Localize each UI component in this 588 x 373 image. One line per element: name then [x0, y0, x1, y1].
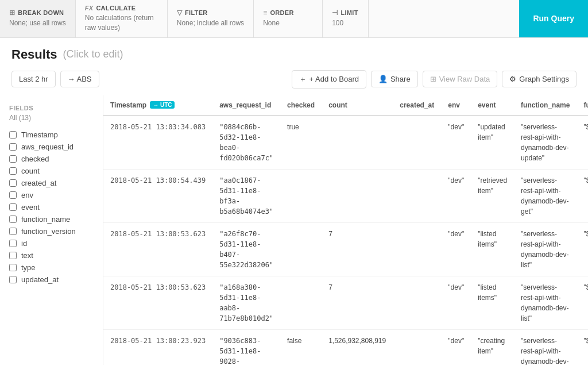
table-row[interactable]: 2018-05-21 13:00:23.923"9036c883-5d31-11… [103, 329, 588, 365]
field-list: Timestampaws_request_idcheckedcountcreat… [0, 129, 103, 286]
share-icon: 👤 [378, 75, 388, 83]
table-cell: "dev" [441, 329, 471, 365]
field-label: type [21, 263, 36, 272]
order-value: None [263, 18, 313, 28]
table-cell [280, 169, 322, 222]
view-raw-data-button[interactable]: ⊞ View Raw Data [423, 71, 498, 87]
th-timestamp[interactable]: Timestamp → UTC [103, 95, 212, 116]
sidebar-field-function-name[interactable]: function_name [0, 213, 103, 225]
sidebar-field-event[interactable]: event [0, 201, 103, 213]
table-row[interactable]: 2018-05-21 13:03:34.083"0884c86b-5d32-11… [103, 116, 588, 170]
transform-button[interactable]: → ABS [60, 71, 99, 87]
sidebar-field-aws-request-id[interactable]: aws_request_id [0, 141, 103, 153]
field-checkbox-created-at[interactable] [9, 179, 17, 187]
table-cell: "dev" [441, 116, 471, 170]
field-checkbox-function-version[interactable] [9, 228, 17, 235]
breakdown-section[interactable]: ⊞ BREAK DOWN None; use all rows [0, 0, 76, 37]
th-env[interactable]: env [441, 95, 471, 116]
table-cell [280, 276, 322, 329]
results-table-container[interactable]: Timestamp → UTC aws_request_id checked c… [103, 95, 588, 365]
table-cell: true [280, 116, 322, 170]
th-aws-request-id[interactable]: aws_request_id [212, 95, 280, 116]
calculate-icon: fx [85, 5, 94, 11]
field-label: checked [21, 155, 49, 163]
order-section[interactable]: ≡ ORDER None [254, 0, 323, 37]
sidebar-field-updated-at[interactable]: updated_at [0, 274, 103, 286]
table-row[interactable]: 2018-05-21 13:00:54.439"aa0c1867-5d31-11… [103, 169, 588, 222]
results-subtitle[interactable]: (Click to edit) [63, 48, 123, 60]
limit-label: ⊣ LIMIT [332, 9, 359, 17]
calculate-value: No calculations (return raw values) [85, 13, 158, 33]
table-cell: 2018-05-21 13:00:23.923 [103, 329, 212, 365]
table-cell: "listed items" [471, 222, 514, 276]
field-checkbox-text[interactable] [9, 252, 17, 259]
table-cell: "$LATEST [577, 222, 588, 276]
sidebar-field-count[interactable]: count [0, 165, 103, 177]
table-cell [322, 116, 393, 170]
table-cell: "aa0c1867-5d31-11e8-bf3a-b5a68b4074e3" [212, 169, 280, 222]
main-content: FIELDS All (13) Timestampaws_request_idc… [0, 95, 588, 365]
sidebar-field-function-version[interactable]: function_version [0, 225, 103, 237]
table-cell: 7 [322, 276, 393, 329]
sidebar-field-id[interactable]: id [0, 237, 103, 249]
th-function[interactable]: function [577, 95, 588, 116]
field-checkbox-updated-at[interactable] [9, 276, 17, 283]
field-label: count [21, 167, 40, 175]
field-checkbox-type[interactable] [9, 264, 17, 271]
th-created-at[interactable]: created_at [393, 95, 441, 116]
table-cell [393, 329, 441, 365]
add-to-board-button[interactable]: ＋ + Add to Board [292, 70, 366, 89]
field-checkbox-timestamp[interactable] [9, 131, 17, 139]
field-checkbox-checked[interactable] [9, 155, 17, 163]
table-body: 2018-05-21 13:03:34.083"0884c86b-5d32-11… [103, 116, 588, 365]
sidebar-field-created-at[interactable]: created_at [0, 177, 103, 189]
settings-icon: ⚙ [509, 75, 516, 83]
field-checkbox-id[interactable] [9, 240, 17, 247]
right-action-buttons: ＋ + Add to Board 👤 Share ⊞ View Raw Data… [292, 70, 577, 89]
table-cell: "serverless-rest-api-with-dynamodb-dev-g… [514, 169, 577, 222]
limit-section[interactable]: ⊣ LIMIT 100 [323, 0, 369, 37]
sidebar-field-checked[interactable]: checked [0, 153, 103, 165]
field-label: created_at [21, 179, 56, 187]
table-row[interactable]: 2018-05-21 13:00:53.623"a26f8c70-5d31-11… [103, 222, 588, 276]
th-count[interactable]: count [322, 95, 393, 116]
fields-sidebar: FIELDS All (13) Timestampaws_request_idc… [0, 95, 103, 365]
field-label: updated_at [21, 275, 59, 284]
field-checkbox-env[interactable] [9, 191, 17, 199]
th-event[interactable]: event [471, 95, 514, 116]
calculate-label: fx CALCULATE [85, 5, 158, 11]
field-checkbox-aws-request-id[interactable] [9, 143, 17, 151]
filter-section[interactable]: ▽ FILTER None; include all rows [168, 0, 254, 37]
field-checkbox-count[interactable] [9, 167, 17, 175]
table-cell [393, 276, 441, 329]
timestamp-col-label: Timestamp [110, 101, 146, 109]
sidebar-field-type[interactable]: type [0, 262, 103, 274]
table-cell: "$LATEST [577, 169, 588, 222]
run-query-button[interactable]: Run Query [519, 0, 588, 37]
field-checkbox-function-name[interactable] [9, 216, 17, 223]
th-checked[interactable]: checked [280, 95, 322, 116]
sidebar-field-text[interactable]: text [0, 249, 103, 262]
action-bar: Last 2 hr → ABS ＋ + Add to Board 👤 Share… [0, 67, 588, 95]
table-cell: 7 [322, 222, 393, 276]
sidebar-field-timestamp[interactable]: Timestamp [0, 129, 103, 141]
share-button[interactable]: 👤 Share [371, 71, 418, 87]
table-cell: "a26f8c70-5d31-11e8-b407-55e322d38206" [212, 222, 280, 276]
calculate-section[interactable]: fx CALCULATE No calculations (return raw… [76, 0, 168, 37]
table-cell: "dev" [441, 169, 471, 222]
graph-settings-button[interactable]: ⚙ Graph Settings [502, 71, 577, 87]
field-label: Timestamp [21, 130, 58, 139]
th-function-name[interactable]: function_name [514, 95, 577, 116]
results-header: Results (Click to edit) [0, 38, 588, 67]
table-row[interactable]: 2018-05-21 13:00:53.623"a168a380-5d31-11… [103, 276, 588, 329]
sidebar-field-env[interactable]: env [0, 189, 103, 201]
breakdown-icon: ⊞ [9, 9, 15, 17]
field-checkbox-event[interactable] [9, 203, 17, 211]
table-cell: 2018-05-21 13:03:34.083 [103, 116, 212, 170]
filter-label: ▽ FILTER [177, 9, 244, 17]
field-label: env [21, 191, 33, 199]
results-table: Timestamp → UTC aws_request_id checked c… [103, 95, 588, 365]
table-cell [393, 169, 441, 222]
time-filter-button[interactable]: Last 2 hr [11, 71, 56, 87]
table-cell: "listed items" [471, 276, 514, 329]
